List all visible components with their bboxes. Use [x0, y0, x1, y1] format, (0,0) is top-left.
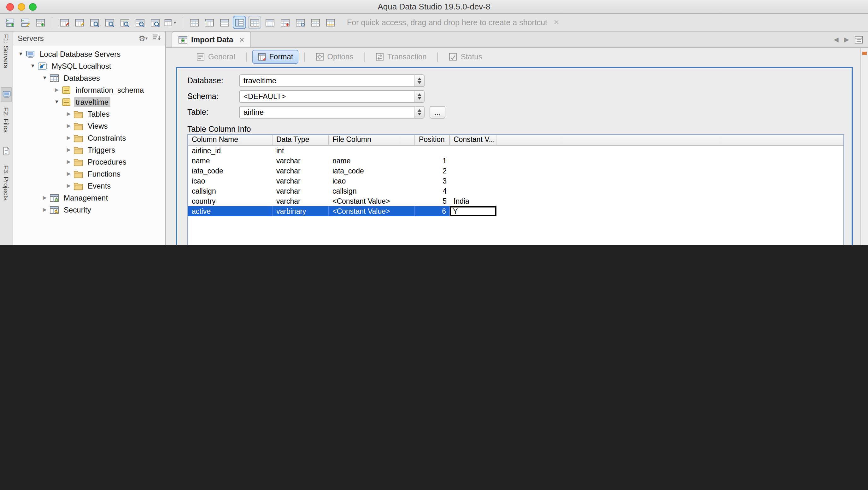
panel-settings-button[interactable]: ⚙▾ — [138, 34, 148, 42]
tab-list-icon[interactable] — [855, 36, 863, 43]
rail-tab-servers[interactable]: F1: Servers — [2, 34, 10, 68]
table-row[interactable]: iata_code varchar iata_code 2 — [188, 166, 843, 176]
column-header[interactable]: Position — [415, 135, 450, 145]
overview-scrollbar[interactable] — [861, 48, 868, 245]
close-tab-icon[interactable]: ✕ — [239, 36, 244, 44]
server-grid-icon[interactable] — [34, 17, 46, 28]
tree-item-functions[interactable]: ▶ Functions — [13, 168, 165, 180]
table-select[interactable]: airline — [239, 106, 425, 119]
grid-view-icon-1[interactable] — [188, 17, 200, 28]
tree-item-procedures[interactable]: ▶ Procedures — [13, 156, 165, 168]
tab-transaction[interactable]: Transaction — [370, 50, 432, 64]
expander-icon[interactable]: ▶ — [65, 183, 72, 189]
table-row[interactable]: icao varchar icao 3 — [188, 176, 843, 186]
server-edit-icon[interactable] — [19, 17, 31, 28]
tree-item-databases[interactable]: ▼ Databases — [13, 72, 165, 84]
column-header[interactable]: Constant V... — [450, 135, 496, 145]
zoom-window-button[interactable] — [29, 3, 37, 11]
expander-icon[interactable]: ▶ — [41, 207, 49, 213]
database-select[interactable]: traveltime — [239, 74, 425, 87]
table-row-selected[interactable]: active varbinary <Constant Value> 6 — [188, 206, 843, 216]
tree-item-label: Management — [62, 193, 110, 203]
app-window: Aqua Data Studio 19.5.0-dev-8 — [0, 0, 868, 245]
sort-mode-icon[interactable] — [153, 33, 161, 43]
tree-item-label: Tables — [86, 109, 111, 119]
browse-table-button[interactable]: ... — [430, 106, 445, 119]
table-menu-icon[interactable]: ▾ — [164, 17, 176, 28]
constant-value-edit[interactable] — [450, 206, 496, 216]
tree-item-views[interactable]: ▶ Views — [13, 120, 165, 132]
table-edit-yellow-icon[interactable] — [73, 17, 85, 28]
tab-status[interactable]: Status — [444, 50, 487, 64]
grid-view-icon-4[interactable] — [249, 17, 260, 28]
tree-item-traveltime[interactable]: ▼ traveltime — [13, 96, 165, 108]
cell — [496, 206, 843, 216]
tree-item-management[interactable]: ▶ Management — [13, 192, 165, 204]
expander-icon[interactable]: ▶ — [65, 159, 72, 165]
tree-item-constraints[interactable]: ▶ Constraints — [13, 132, 165, 144]
table-row[interactable]: country varchar <Constant Value> 5 India — [188, 196, 843, 206]
tree-item-tables[interactable]: ▶ Tables — [13, 108, 165, 120]
tab-options[interactable]: Options — [310, 50, 358, 64]
expander-icon[interactable]: ▶ — [41, 195, 49, 200]
grid-view-selected-icon[interactable] — [234, 17, 245, 28]
server-new-icon[interactable] — [4, 17, 16, 28]
expander-icon[interactable]: ▶ — [65, 111, 72, 117]
folder-icon — [73, 145, 83, 155]
import-data-view: General Format Options — [166, 48, 861, 245]
prev-tab-arrow-icon[interactable]: ◀ — [834, 36, 838, 43]
expander-icon[interactable]: ▼ — [17, 51, 25, 57]
tab-format[interactable]: Format — [252, 50, 298, 64]
servers-rail-icon[interactable] — [2, 90, 11, 101]
grid-view-icon-8[interactable] — [309, 17, 321, 28]
expander-icon[interactable]: ▼ — [41, 75, 49, 81]
grid-view-icon-3[interactable] — [218, 17, 230, 28]
stepper-icon[interactable] — [414, 91, 424, 102]
table-search-icon-2[interactable] — [103, 17, 116, 28]
grid-view-icon-5[interactable] — [264, 17, 276, 28]
stepper-icon[interactable] — [414, 106, 424, 118]
expander-icon[interactable]: ▼ — [29, 63, 37, 69]
minimize-window-button[interactable] — [18, 3, 25, 11]
table-search-icon-1[interactable] — [88, 17, 100, 28]
dismiss-hint-icon[interactable]: ✕ — [554, 18, 559, 27]
table-edit-red-icon[interactable] — [58, 17, 70, 28]
expander-icon[interactable]: ▶ — [65, 135, 72, 141]
table-search-icon-4[interactable] — [134, 17, 146, 28]
tree-item-mysql-localhost[interactable]: ▼ MySQL Localhost — [13, 60, 165, 72]
expander-icon[interactable]: ▶ — [65, 171, 72, 176]
column-header[interactable]: Column Name — [188, 135, 273, 145]
grid-view-icon-6[interactable] — [279, 17, 291, 28]
tab-import-data[interactable]: Import Data ✕ — [172, 32, 251, 47]
stepper-icon[interactable] — [414, 75, 424, 87]
rail-tab-projects[interactable]: F3: Projects — [2, 165, 10, 200]
files-rail-icon[interactable] — [2, 146, 11, 158]
grid-view-icon-9[interactable] — [324, 17, 336, 28]
table-row[interactable]: name varchar name 1 — [188, 156, 843, 166]
schema-select[interactable]: <DEFAULT> — [239, 90, 425, 103]
expander-icon[interactable]: ▼ — [53, 99, 61, 105]
tree-item-local-database-servers[interactable]: ▼ Local Database Servers — [13, 48, 165, 60]
cell: 4 — [415, 186, 450, 196]
grid-view-icon-7[interactable] — [294, 17, 306, 28]
scroll-marker — [862, 52, 867, 55]
rail-tab-files[interactable]: F2: Files — [2, 107, 10, 133]
expander-icon[interactable]: ▶ — [53, 87, 61, 93]
expander-icon[interactable]: ▶ — [65, 123, 72, 129]
column-header[interactable]: File Column — [329, 135, 415, 145]
table-row[interactable]: callsign varchar callsign 4 — [188, 186, 843, 196]
table-search-icon-5[interactable] — [149, 17, 161, 28]
tree-item-events[interactable]: ▶ Events — [13, 180, 165, 192]
tree-item-triggers[interactable]: ▶ Triggers — [13, 144, 165, 156]
tree-item-information-schema[interactable]: ▶ information_schema — [13, 84, 165, 96]
tree-item-security[interactable]: ▶ Security — [13, 204, 165, 216]
grid-view-icon-2[interactable] — [203, 17, 215, 28]
expander-icon[interactable]: ▶ — [65, 147, 72, 153]
cell: varchar — [273, 186, 329, 196]
table-search-icon-3[interactable] — [119, 17, 131, 28]
table-row[interactable]: airline_id int — [188, 146, 843, 156]
tab-general[interactable]: General — [191, 50, 240, 64]
next-tab-arrow-icon[interactable]: ▶ — [844, 36, 849, 43]
column-header[interactable]: Data Type — [273, 135, 329, 145]
close-window-button[interactable] — [6, 3, 14, 11]
